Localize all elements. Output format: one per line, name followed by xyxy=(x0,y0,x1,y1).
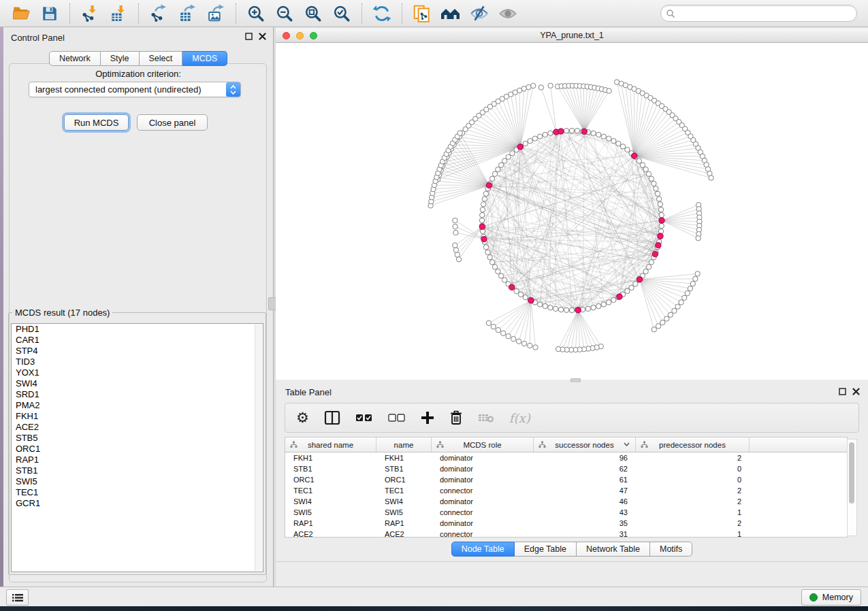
network-node[interactable] xyxy=(616,141,621,146)
network-node[interactable] xyxy=(652,327,656,332)
network-node[interactable] xyxy=(481,236,487,242)
network-node[interactable] xyxy=(453,243,457,248)
network-node[interactable] xyxy=(607,88,611,93)
network-node[interactable] xyxy=(479,224,485,229)
network-node[interactable] xyxy=(637,276,643,282)
network-node[interactable] xyxy=(658,233,663,239)
network-node[interactable] xyxy=(509,284,515,290)
network-node[interactable] xyxy=(453,224,457,229)
network-node[interactable] xyxy=(606,136,611,141)
network-node[interactable] xyxy=(506,154,511,159)
search-field[interactable] xyxy=(660,5,857,22)
network-node[interactable] xyxy=(548,305,553,310)
network-node[interactable] xyxy=(688,286,692,291)
delete-column-icon[interactable] xyxy=(449,408,463,428)
export-image-icon[interactable] xyxy=(205,3,227,24)
network-node[interactable] xyxy=(556,346,560,351)
table-row[interactable]: TEC1TEC1connector472 xyxy=(285,485,847,496)
network-node[interactable] xyxy=(506,333,511,338)
network-node[interactable] xyxy=(660,320,665,325)
table-row[interactable]: FKH1FKH1dominator962 xyxy=(285,452,847,463)
network-node[interactable] xyxy=(656,242,661,248)
tab-motifs[interactable]: Motifs xyxy=(650,542,692,557)
clone-network-icon[interactable] xyxy=(411,3,433,24)
mcds-result-item[interactable]: FKH1 xyxy=(12,411,263,422)
network-node[interactable] xyxy=(492,171,497,176)
network-node[interactable] xyxy=(528,138,532,143)
table-scrollbar[interactable] xyxy=(847,439,857,536)
network-node[interactable] xyxy=(537,302,542,307)
table-row[interactable]: SWI5SWI5connector431 xyxy=(285,507,847,518)
save-session-icon[interactable] xyxy=(39,3,61,24)
network-node[interactable] xyxy=(528,343,532,348)
network-node[interactable] xyxy=(652,251,658,257)
network-node[interactable] xyxy=(510,150,515,155)
network-node[interactable] xyxy=(487,254,492,259)
network-node[interactable] xyxy=(672,308,677,313)
network-node[interactable] xyxy=(646,171,651,176)
network-node[interactable] xyxy=(532,136,537,141)
zoom-out-icon[interactable] xyxy=(274,3,295,24)
mcds-result-item[interactable]: SWI5 xyxy=(12,476,263,487)
network-node[interactable] xyxy=(480,207,485,212)
mcds-result-item[interactable]: SRD1 xyxy=(12,389,263,400)
network-node[interactable] xyxy=(620,144,625,149)
network-node[interactable] xyxy=(693,276,698,281)
mcds-result-item[interactable]: CAR1 xyxy=(12,335,263,346)
mcds-result-item[interactable]: STB1 xyxy=(12,465,263,476)
network-node[interactable] xyxy=(695,271,700,276)
mcds-result-item[interactable]: ACE2 xyxy=(12,422,263,433)
network-node[interactable] xyxy=(457,131,462,135)
network-node[interactable] xyxy=(558,307,563,312)
tab-style[interactable]: Style xyxy=(101,51,140,66)
mcds-result-item[interactable]: GCR1 xyxy=(12,498,263,509)
export-table-icon[interactable] xyxy=(176,3,198,24)
network-node[interactable] xyxy=(664,316,669,321)
mcds-result-item[interactable]: ORC1 xyxy=(12,444,263,455)
network-node[interactable] xyxy=(453,248,458,252)
network-node[interactable] xyxy=(516,339,521,344)
network-node[interactable] xyxy=(668,312,673,317)
network-node[interactable] xyxy=(591,305,596,310)
table-row[interactable]: SWI4SWI4dominator462 xyxy=(285,496,847,507)
network-node[interactable] xyxy=(543,303,547,308)
tab-edge-table[interactable]: Edge Table xyxy=(515,542,577,557)
network-node[interactable] xyxy=(558,129,564,134)
table-row[interactable]: ACE2ACE2connector311 xyxy=(285,529,847,538)
network-node[interactable] xyxy=(485,250,490,254)
column-visibility-icon[interactable] xyxy=(324,408,340,428)
network-node[interactable] xyxy=(591,131,596,135)
close-panel-icon[interactable] xyxy=(259,33,266,40)
table-settings-icon[interactable]: ⚙ xyxy=(296,408,309,428)
network-node[interactable] xyxy=(685,291,690,295)
network-node[interactable] xyxy=(453,230,458,235)
network-canvas[interactable] xyxy=(276,43,868,380)
network-node[interactable] xyxy=(569,308,574,312)
mcds-result-item[interactable]: STP4 xyxy=(12,346,263,357)
network-node[interactable] xyxy=(486,182,492,188)
mcds-list-scrollbar[interactable] xyxy=(255,325,262,571)
column-header-successor-nodes[interactable]: successor nodes xyxy=(534,437,636,452)
network-node[interactable] xyxy=(643,167,648,171)
network-node[interactable] xyxy=(539,85,543,90)
mcds-result-item[interactable]: PMA2 xyxy=(12,400,263,411)
network-node[interactable] xyxy=(585,306,590,311)
tab-mcds[interactable]: MCDS xyxy=(182,51,227,66)
network-node[interactable] xyxy=(656,324,660,329)
network-node[interactable] xyxy=(492,265,497,269)
network-node[interactable] xyxy=(523,141,528,146)
column-header-MCDS-role[interactable]: MCDS role xyxy=(432,437,534,452)
network-node[interactable] xyxy=(528,298,534,303)
network-node[interactable] xyxy=(483,245,488,250)
network-node[interactable] xyxy=(601,134,606,139)
network-node[interactable] xyxy=(659,223,664,228)
network-node[interactable] xyxy=(575,308,581,313)
network-node[interactable] xyxy=(569,128,574,133)
network-node[interactable] xyxy=(649,176,654,181)
network-node[interactable] xyxy=(581,129,587,134)
network-node[interactable] xyxy=(640,163,645,167)
column-header-name[interactable]: name xyxy=(376,437,432,452)
network-node[interactable] xyxy=(455,252,460,257)
table-row[interactable]: ORC1ORC1dominator610 xyxy=(285,474,847,485)
network-node[interactable] xyxy=(606,300,611,305)
